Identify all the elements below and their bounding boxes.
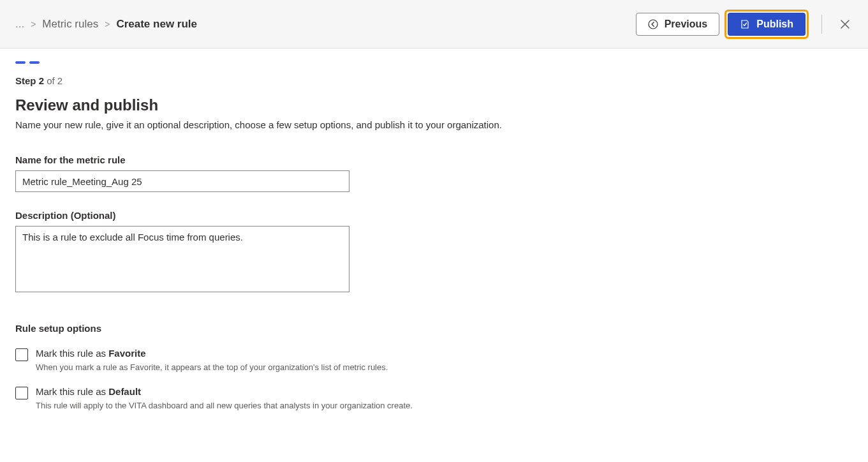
header-actions: Previous Publish [636, 10, 855, 39]
publish-icon [740, 19, 750, 29]
setup-title: Rule setup options [15, 323, 853, 334]
step-total: of 2 [44, 75, 63, 86]
step-mark-2 [29, 61, 40, 64]
divider [821, 15, 822, 34]
description-label: Description (Optional) [15, 210, 853, 221]
favorite-text: Mark this rule as Favorite When you mark… [36, 348, 388, 372]
close-icon [839, 18, 851, 31]
step-label: Step 2 of 2 [15, 75, 853, 86]
chevron-right-icon: > [31, 19, 36, 29]
breadcrumb: ... > Metric rules > Create new rule [15, 18, 197, 31]
favorite-hint: When you mark a rule as Favorite, it app… [36, 362, 388, 372]
step-current: Step 2 [15, 75, 44, 86]
default-checkbox[interactable] [15, 387, 28, 399]
publish-label: Publish [756, 19, 793, 30]
default-option: Mark this rule as Default This rule will… [15, 386, 853, 410]
publish-highlight: Publish [725, 10, 809, 39]
step-progress [15, 61, 853, 64]
breadcrumb-current: Create new rule [116, 18, 197, 31]
close-button[interactable] [835, 14, 855, 34]
favorite-checkbox[interactable] [15, 348, 28, 361]
breadcrumb-ellipsis[interactable]: ... [15, 18, 24, 31]
name-label: Name for the metric rule [15, 154, 853, 165]
breadcrumb-metric-rules[interactable]: Metric rules [42, 18, 98, 31]
step-mark-1 [15, 61, 26, 64]
favorite-bold: Favorite [108, 348, 145, 359]
previous-label: Previous [665, 19, 708, 30]
publish-button[interactable]: Publish [728, 13, 805, 36]
page-content: Step 2 of 2 Review and publish Name your… [0, 48, 868, 437]
description-input[interactable]: This is a rule to exclude all Focus time… [15, 226, 349, 292]
default-prefix: Mark this rule as [36, 386, 108, 397]
default-bold: Default [108, 386, 141, 397]
svg-point-0 [649, 20, 658, 29]
default-hint: This rule will apply to the VITA dashboa… [36, 401, 413, 410]
page-subtitle: Name your new rule, give it an optional … [15, 119, 853, 130]
favorite-prefix: Mark this rule as [36, 348, 108, 359]
default-text: Mark this rule as Default This rule will… [36, 386, 413, 410]
name-input[interactable] [15, 170, 349, 192]
page-title: Review and publish [15, 96, 853, 114]
favorite-option: Mark this rule as Favorite When you mark… [15, 348, 853, 372]
chevron-left-circle-icon [648, 19, 658, 29]
previous-button[interactable]: Previous [636, 13, 720, 36]
page-header: ... > Metric rules > Create new rule Pre… [0, 0, 868, 48]
chevron-right-icon: > [105, 19, 110, 29]
